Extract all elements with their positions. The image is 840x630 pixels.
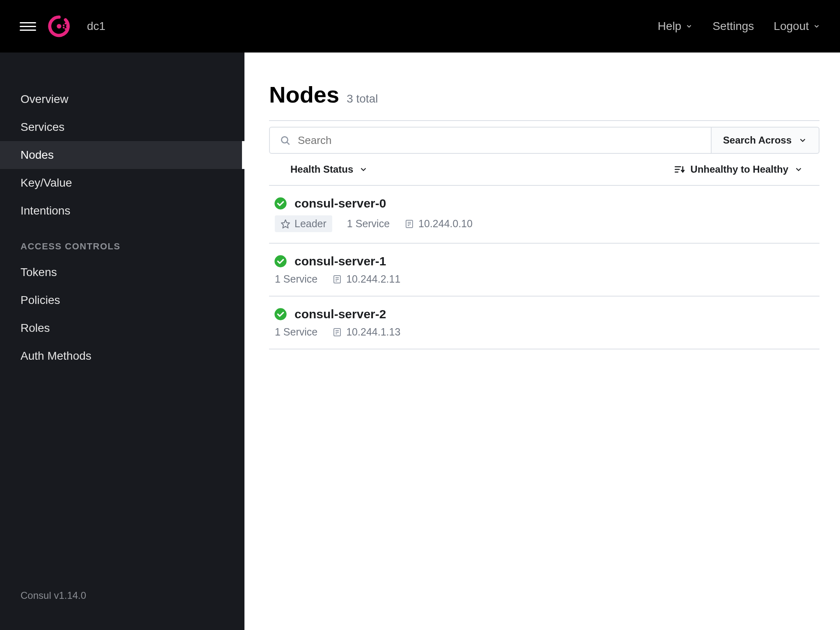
- node-ip-group: 10.244.2.11: [332, 273, 400, 285]
- search-icon: [280, 135, 290, 146]
- chevron-down-icon: [359, 165, 368, 174]
- sort-order-dropdown[interactable]: Unhealthy to Healthy: [674, 164, 803, 175]
- sidebar-item-policies[interactable]: Policies: [0, 286, 244, 314]
- svg-point-2: [66, 25, 68, 27]
- sidebar-version: Consul v1.14.0: [0, 590, 244, 618]
- node-row[interactable]: consul-server-1 1 Service 10.244.2.11: [269, 243, 819, 296]
- sort-icon: [674, 164, 685, 175]
- star-icon: [281, 219, 290, 229]
- search-box[interactable]: [269, 127, 712, 154]
- health-status-label: Health Status: [290, 164, 353, 175]
- node-row[interactable]: consul-server-2 1 Service 10.244.1.13: [269, 296, 819, 349]
- sidebar-item-roles[interactable]: Roles: [0, 314, 244, 342]
- node-services: 1 Service: [275, 273, 317, 285]
- svg-point-1: [64, 23, 66, 24]
- svg-point-0: [57, 24, 61, 28]
- sidebar-item-overview[interactable]: Overview: [0, 85, 244, 113]
- page-subtitle: 3 total: [347, 92, 378, 105]
- health-status-filter[interactable]: Health Status: [290, 164, 368, 175]
- node-name: consul-server-1: [294, 254, 386, 268]
- node-name: consul-server-2: [294, 307, 386, 321]
- sidebar-item-services[interactable]: Services: [0, 113, 244, 141]
- node-services: 1 Service: [275, 326, 317, 338]
- network-icon: [404, 219, 414, 229]
- svg-marker-13: [281, 220, 290, 228]
- logout-menu[interactable]: Logout: [774, 20, 820, 33]
- consul-logo-icon: [48, 15, 71, 38]
- help-menu[interactable]: Help: [658, 20, 693, 33]
- svg-point-3: [64, 28, 66, 30]
- svg-point-18: [274, 255, 286, 267]
- node-name: consul-server-0: [294, 196, 386, 210]
- chevron-down-icon: [794, 165, 803, 174]
- network-icon: [332, 327, 342, 337]
- sidebar: Overview Services Nodes Key/Value Intent…: [0, 52, 244, 630]
- sidebar-section-access-controls: ACCESS CONTROLS: [0, 225, 244, 258]
- datacenter-label[interactable]: dc1: [87, 20, 105, 33]
- main-content: Nodes 3 total Search Across Health Statu…: [244, 52, 840, 630]
- page-title: Nodes: [269, 81, 339, 108]
- sort-order-label: Unhealthy to Healthy: [690, 164, 788, 175]
- search-across-label: Search Across: [723, 135, 792, 146]
- network-icon: [332, 274, 342, 284]
- node-ip: 10.244.2.11: [346, 273, 400, 285]
- sidebar-item-authmethods[interactable]: Auth Methods: [0, 342, 244, 370]
- logout-label: Logout: [774, 20, 809, 33]
- search-input[interactable]: [298, 134, 701, 147]
- svg-point-23: [274, 308, 286, 320]
- node-ip: 10.244.1.13: [346, 326, 400, 338]
- sidebar-item-tokens[interactable]: Tokens: [0, 258, 244, 286]
- healthy-check-icon: [274, 197, 287, 210]
- node-ip: 10.244.0.10: [418, 218, 472, 230]
- svg-point-4: [63, 25, 64, 26]
- svg-line-7: [287, 142, 289, 144]
- leader-badge: Leader: [275, 215, 332, 232]
- healthy-check-icon: [274, 255, 287, 268]
- sidebar-item-keyvalue[interactable]: Key/Value: [0, 169, 244, 197]
- node-services: 1 Service: [347, 218, 390, 230]
- leader-label: Leader: [294, 218, 326, 230]
- sidebar-item-intentions[interactable]: Intentions: [0, 197, 244, 225]
- settings-link[interactable]: Settings: [712, 20, 754, 33]
- healthy-check-icon: [274, 308, 287, 321]
- search-across-dropdown[interactable]: Search Across: [712, 127, 819, 154]
- divider: [269, 120, 819, 121]
- sidebar-item-nodes[interactable]: Nodes: [0, 141, 244, 169]
- settings-label: Settings: [712, 20, 754, 33]
- svg-point-5: [63, 27, 64, 28]
- svg-point-12: [274, 197, 286, 209]
- chevron-down-icon: [685, 23, 693, 30]
- node-row[interactable]: consul-server-0 Leader 1 Service 10.244.…: [269, 185, 819, 243]
- chevron-down-icon: [798, 136, 807, 145]
- help-label: Help: [658, 20, 682, 33]
- menu-toggle-icon[interactable]: [20, 18, 36, 34]
- topbar: dc1 Help Settings Logout: [0, 0, 840, 52]
- chevron-down-icon: [813, 23, 820, 30]
- node-ip-group: 10.244.1.13: [332, 326, 400, 338]
- node-ip-group: 10.244.0.10: [404, 218, 472, 230]
